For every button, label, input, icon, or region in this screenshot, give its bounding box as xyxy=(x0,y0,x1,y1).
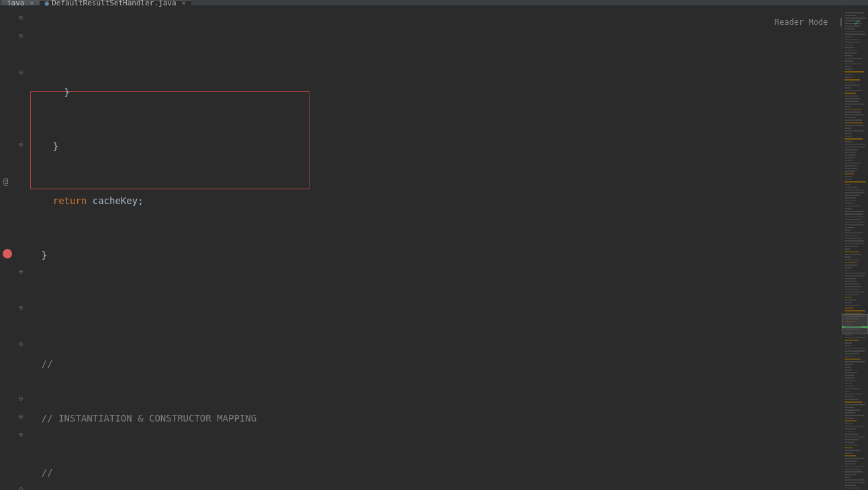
tab-file-active[interactable]: ◉ DefaultResultSetHandler.java × xyxy=(40,0,191,5)
tab-bar: java × ◉ DefaultResultSetHandler.java × xyxy=(0,0,868,5)
fold-marker[interactable]: ⊖ xyxy=(19,485,23,490)
code-comment: // INSTANTIATION & CONSTRUCTOR MAPPING xyxy=(30,413,256,424)
fold-marker[interactable]: ⊖ xyxy=(19,140,23,149)
code-text: } xyxy=(30,87,70,97)
fold-marker[interactable]: ⊖ xyxy=(19,68,23,77)
fold-marker[interactable]: ⊖ xyxy=(19,394,23,403)
editor-status-bar: Reader Mode | ✓ xyxy=(775,17,860,28)
code-text: } xyxy=(30,250,47,260)
minimap[interactable] xyxy=(841,5,868,490)
fold-marker[interactable]: ⊖ xyxy=(19,430,23,439)
code-text: } xyxy=(30,141,58,152)
fold-marker[interactable]: ⊖ xyxy=(19,13,23,22)
change-marker-icon[interactable]: @ xyxy=(3,176,8,187)
editor-area: ⊖ ⊖ ⊖ ⊖ @ ⊖ ⊖ ⊖ ⊖ ⊖ ⊖ ⊖ } } return cache… xyxy=(0,5,868,490)
breakpoint-icon[interactable] xyxy=(3,249,12,258)
gutter[interactable]: ⊖ ⊖ ⊖ ⊖ @ ⊖ ⊖ ⊖ ⊖ ⊖ ⊖ ⊖ xyxy=(0,5,30,490)
code-comment: // xyxy=(30,358,53,369)
fold-marker[interactable]: ⊖ xyxy=(19,412,23,421)
separator: | xyxy=(838,17,843,27)
code-comment: // xyxy=(30,467,53,478)
fold-marker[interactable]: ⊖ xyxy=(19,267,23,276)
fold-marker[interactable]: ⊖ xyxy=(19,32,23,40)
code-text: cacheKey; xyxy=(87,195,143,206)
code-editor[interactable]: } } return cacheKey; } // // INSTANTIATI… xyxy=(30,5,841,490)
reader-mode-label[interactable]: Reader Mode xyxy=(775,17,828,27)
checkmark-icon[interactable]: ✓ xyxy=(855,17,860,28)
tab-java[interactable]: java × xyxy=(1,0,40,5)
fold-marker[interactable]: ⊖ xyxy=(19,340,23,348)
code-text xyxy=(30,195,53,206)
code-keyword: return xyxy=(53,195,87,206)
fold-marker[interactable]: ⊖ xyxy=(19,303,23,312)
